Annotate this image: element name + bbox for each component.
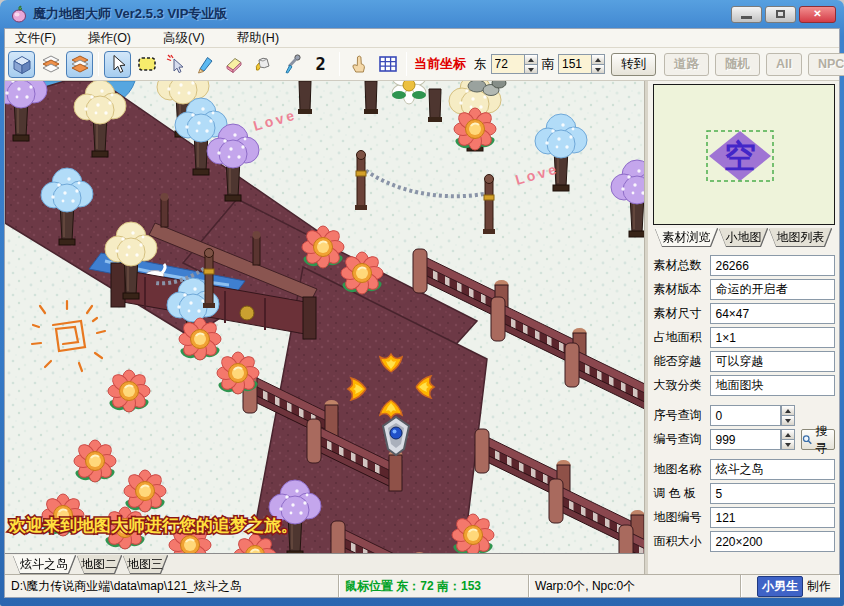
menu-bar: 文件(F) 操作(O) 高级(V) 帮助(H) [5, 29, 839, 48]
south-coord-stepper[interactable] [558, 54, 605, 74]
npc-button[interactable]: NPC [808, 53, 844, 76]
field-map-name: 地图名称 炫斗之岛 [653, 459, 835, 480]
eraser-tool-button[interactable] [220, 51, 247, 78]
minimize-button[interactable] [731, 6, 762, 23]
material-version-value[interactable]: 命运的开启者 [710, 279, 835, 300]
marquee-tool-button[interactable] [133, 51, 160, 78]
layers-tool-button[interactable] [37, 51, 64, 78]
marker-pen-icon [194, 53, 216, 75]
eyedropper-tool-button[interactable] [278, 51, 305, 78]
id-query-spinner[interactable] [781, 429, 795, 450]
field-material-size: 素材尺寸 64×47 [653, 303, 835, 324]
status-author: 小男生 制作 [741, 575, 839, 597]
menu-edit[interactable]: 操作(O) [84, 29, 135, 48]
select-arrow-icon [107, 53, 129, 75]
field-footprint: 占地面积 1×1 [653, 327, 835, 348]
field-material-total: 素材总数 26266 [653, 255, 835, 276]
search-button[interactable]: 搜寻 [801, 429, 835, 450]
layer-2-icon: 2 [315, 54, 325, 74]
map-name-value[interactable]: 炫斗之岛 [710, 459, 835, 480]
paint-bucket-tool-button[interactable] [249, 51, 276, 78]
paint-bucket-icon [252, 53, 274, 75]
toolbar: 2 当前坐标 东 南 [5, 48, 839, 81]
id-query-input[interactable]: 999 [710, 429, 781, 450]
menu-help[interactable]: 帮助(H) [233, 29, 283, 48]
field-index-query: 序号查询 0 [653, 405, 835, 426]
eraser-icon [223, 53, 245, 75]
finger-icon [348, 53, 370, 75]
goto-button[interactable]: 转到 [611, 53, 656, 76]
layers-colored-icon [69, 53, 91, 75]
menu-file[interactable]: 文件(F) [11, 29, 60, 48]
field-map-id: 地图编号 121 [653, 507, 835, 528]
map-area-value[interactable]: 220×200 [710, 531, 835, 552]
map-id-value[interactable]: 121 [710, 507, 835, 528]
index-query-spinner[interactable] [781, 405, 795, 426]
map-tab-2[interactable]: 地图二 [77, 555, 121, 573]
toolbar-separator [406, 52, 407, 76]
toolbar-separator [339, 52, 340, 76]
status-warp-npc: Warp:0个, Npc:0个 [529, 575, 741, 597]
window-title: 魔力地图大师 Ver2.5.3 VIP专业版 [33, 5, 731, 23]
map-canvas[interactable]: Love Love [5, 81, 644, 553]
tab-material-browse[interactable]: 素材浏览 [655, 228, 717, 246]
app-window: 魔力地图大师 Ver2.5.3 VIP专业版 ✕ 文件(F) 操作(O) 高级(… [0, 0, 844, 606]
map-tab-1[interactable]: 炫斗之岛 [13, 555, 75, 573]
field-id-query: 编号查询 999 搜寻 [653, 429, 835, 450]
current-coord-label: 当前坐标 [414, 55, 466, 73]
tile-preview[interactable]: 空 [653, 84, 835, 225]
eyedropper-icon [281, 53, 303, 75]
random-button[interactable]: 随机 [715, 53, 760, 76]
index-query-input[interactable]: 0 [710, 405, 781, 426]
east-coord-input[interactable] [491, 54, 524, 74]
panel-tab-bar: 素材浏览 小地图 地图列表 [653, 228, 835, 249]
footprint-value[interactable]: 1×1 [710, 327, 835, 348]
toolbar-separator [98, 52, 99, 76]
layer-2-tool-button[interactable]: 2 [307, 51, 334, 78]
field-material-version: 素材版本 命运的开启者 [653, 279, 835, 300]
passable-value[interactable]: 可以穿越 [710, 351, 835, 372]
grid-tool-button[interactable] [374, 51, 401, 78]
map-tab-bar: 炫斗之岛 地图二 地图三 [5, 553, 644, 574]
east-label: 东 [474, 56, 487, 73]
category-value[interactable]: 地面图块 [710, 375, 835, 396]
field-map-area: 面积大小 220×200 [653, 531, 835, 552]
palette-value[interactable]: 5 [710, 483, 835, 504]
east-coord-stepper[interactable] [491, 54, 538, 74]
cube-tool-button[interactable] [8, 51, 35, 78]
layers-icon [40, 53, 62, 75]
pillar [298, 81, 312, 114]
grid-icon [377, 53, 399, 75]
tab-minimap[interactable]: 小地图 [719, 228, 767, 246]
cube-icon [11, 53, 33, 75]
south-coord-input[interactable] [558, 54, 591, 74]
all-button[interactable]: All [766, 53, 802, 76]
magic-wand-icon [165, 53, 187, 75]
app-icon [10, 5, 28, 23]
marker-pen-tool-button[interactable] [191, 51, 218, 78]
magic-wand-tool-button[interactable] [162, 51, 189, 78]
menu-advanced[interactable]: 高级(V) [159, 29, 209, 48]
welcome-text: 欢迎来到地图大师进行您的追梦之旅。 [8, 515, 298, 535]
close-button[interactable]: ✕ [799, 6, 836, 23]
author-suffix: 制作 [807, 578, 831, 595]
status-mouse-position: 鼠标位置 东：72 南：153 [339, 575, 529, 597]
status-bar: D:\魔力传说商业端\data\map\121_炫斗之岛 鼠标位置 东：72 南… [5, 574, 839, 597]
search-icon [802, 433, 812, 446]
select-tool-button[interactable] [104, 51, 131, 78]
field-palette: 调 色 板 5 [653, 483, 835, 504]
maximize-button[interactable] [765, 6, 796, 23]
south-label: 南 [542, 56, 555, 73]
status-file-path: D:\魔力传说商业端\data\map\121_炫斗之岛 [5, 575, 339, 597]
tile-glyph: 空 [724, 138, 756, 174]
road-button[interactable]: 道路 [664, 53, 709, 76]
layers-colored-tool-button[interactable] [66, 51, 93, 78]
material-size-value[interactable]: 64×47 [710, 303, 835, 324]
material-panel: 空 素材浏览 小地图 地图列表 素材总数 26266 素材版本 命运的开启者 [648, 81, 839, 574]
title-bar: 魔力地图大师 Ver2.5.3 VIP专业版 ✕ [4, 0, 840, 28]
material-total-value[interactable]: 26266 [710, 255, 835, 276]
map-tab-3[interactable]: 地图三 [123, 555, 167, 573]
field-passable: 能否穿越 可以穿越 [653, 351, 835, 372]
finger-tool-button[interactable] [345, 51, 372, 78]
tab-map-list[interactable]: 地图列表 [769, 228, 831, 246]
